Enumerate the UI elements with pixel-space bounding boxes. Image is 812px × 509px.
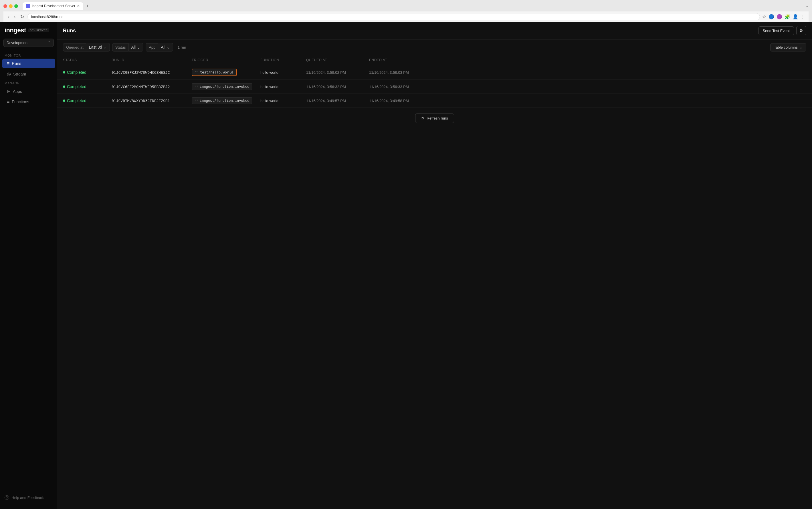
refresh-runs-button[interactable]: ↻ Refresh runs [415, 113, 454, 123]
status-text: Completed [67, 70, 87, 75]
status-dot [63, 86, 65, 88]
trigger-cell: ❝❝ inngest/function.invoked [192, 97, 260, 104]
queued-at-label: Queued at [63, 43, 86, 52]
run-count: 1 run [178, 45, 186, 49]
table-header: Status Run ID Trigger Function Queued at… [57, 55, 812, 65]
tab-favicon: i [26, 4, 30, 8]
function-name: hello-world [260, 70, 306, 75]
trigger-badge[interactable]: ❝❝ inngest/function.invoked [192, 83, 252, 90]
status-text: Completed [67, 98, 87, 103]
table-row[interactable]: Completed 01JCVBTMV3WXY9D3CFDEJFZSB1 ❝❝ … [57, 94, 812, 108]
trigger-cell: ❝❝ inngest/function.invoked [192, 83, 260, 90]
sidebar-footer: ? Help and Feedback [0, 491, 57, 504]
refresh-area: ↻ Refresh runs [57, 108, 812, 129]
trigger-icon: ❝❝ [195, 99, 198, 102]
back-button[interactable]: ‹ [7, 14, 10, 20]
table-columns-button[interactable]: Table columns ⌄ [770, 43, 806, 52]
col-ended-at: Ended at [369, 58, 432, 62]
sidebar-item-stream[interactable]: ◎ Stream [2, 69, 55, 79]
new-tab-button[interactable]: + [85, 3, 90, 9]
help-and-feedback[interactable]: ? Help and Feedback [5, 495, 53, 500]
logo-text: inngest [5, 27, 26, 34]
profile-avatar[interactable]: 👤 [792, 14, 798, 20]
sidebar-item-runs[interactable]: ≡ Runs [2, 59, 55, 68]
ended-at-time: 11/16/2024, 3:56:33 PM [369, 84, 432, 89]
settings-button[interactable]: ⚙ [796, 26, 806, 35]
refresh-icon: ↻ [421, 116, 424, 121]
ended-at-time: 11/16/2024, 3:49:58 PM [369, 99, 432, 103]
refresh-label: Refresh runs [427, 116, 448, 121]
sidebar: inngest DEV SERVER Development ⌃ Monitor… [0, 22, 57, 509]
status-value[interactable]: All ⌄ [128, 43, 143, 52]
queued-at-time: 11/16/2024, 3:56:32 PM [306, 84, 369, 89]
col-queued-at: Queued at [306, 58, 369, 62]
settings-icon: ⚙ [800, 28, 803, 33]
dev-server-badge: DEV SERVER [28, 28, 49, 32]
run-id: 01JCVC9EFKJ2W70WQHC6ZH6SJC [111, 70, 192, 75]
table-row[interactable]: Completed 01JCVC9EFKJ2W70WQHC6ZH6SJC ❝❝ … [57, 65, 812, 80]
table-row[interactable]: Completed 01JCVC6PF2MQNMTWE95BBRZPJ2 ❝❝ … [57, 80, 812, 94]
browser-expand[interactable]: ⌄ [806, 4, 809, 8]
maximize-traffic-light[interactable] [14, 4, 18, 8]
page-header: Runs Send Test Event ⚙ [57, 22, 812, 39]
status-text: Completed [67, 84, 87, 89]
table-columns-chevron-icon: ⌄ [800, 45, 803, 49]
nav-right-icons: ☆ 🔵 🟣 🧩 👤 ⋮ [762, 14, 805, 20]
url-text: localhost:8288/runs [31, 14, 64, 19]
apps-icon: ⊞ [7, 89, 10, 94]
env-label: Development [7, 41, 29, 45]
status-filter: Status All ⌄ [112, 43, 143, 52]
trigger-badge[interactable]: ❝❝ inngest/function.invoked [192, 97, 252, 104]
run-id: 01JCVBTMV3WXY9D3CFDEJFZSB1 [111, 99, 192, 103]
col-function: Function [260, 58, 306, 62]
forward-button[interactable]: › [13, 14, 17, 20]
sidebar-item-apps[interactable]: ⊞ Apps [2, 87, 55, 96]
env-chevron-icon: ⌃ [47, 41, 51, 45]
queued-at-filter: Queued at Last 3d ⌄ [63, 43, 110, 52]
app-label: App [145, 43, 158, 52]
extension-puzzle-icon[interactable]: 🧩 [784, 14, 790, 20]
status-label: Status [112, 43, 128, 52]
send-test-event-button[interactable]: Send Test Event [758, 26, 794, 35]
traffic-lights [3, 4, 18, 8]
minimize-traffic-light[interactable] [9, 4, 12, 8]
extension-icon-2[interactable]: 🟣 [777, 14, 782, 20]
reload-button[interactable]: ↻ [19, 13, 25, 20]
close-traffic-light[interactable] [3, 4, 7, 8]
bookmark-icon[interactable]: ☆ [762, 14, 766, 20]
app-value[interactable]: All ⌄ [158, 43, 173, 52]
status-badge: Completed [63, 84, 111, 89]
address-bar[interactable]: localhost:8288/runs [28, 13, 760, 20]
menu-icon[interactable]: ⋮ [801, 14, 805, 20]
logo-area: inngest DEV SERVER [0, 27, 57, 39]
manage-section-label: Manage [0, 79, 57, 86]
runs-icon: ≡ [7, 61, 9, 66]
tab-label: Inngest Development Server [32, 4, 75, 8]
main-content: Runs Send Test Event ⚙ Queued at Last 3d… [57, 22, 812, 509]
runs-table: Status Run ID Trigger Function Queued at… [57, 55, 812, 509]
extension-icon-1[interactable]: 🔵 [769, 14, 774, 20]
env-selector[interactable]: Development ⌃ [3, 39, 54, 47]
page-title: Runs [63, 28, 76, 34]
col-trigger: Trigger [192, 58, 260, 62]
help-label: Help and Feedback [11, 496, 44, 500]
app-container: inngest DEV SERVER Development ⌃ Monitor… [0, 22, 812, 509]
sidebar-functions-label: Functions [12, 100, 29, 104]
trigger-badge-highlighted[interactable]: ❝❝ test/hello.world [192, 69, 237, 76]
app-chevron-icon: ⌄ [166, 45, 170, 49]
function-name: hello-world [260, 84, 306, 89]
sidebar-runs-label: Runs [12, 61, 21, 66]
filters-bar: Queued at Last 3d ⌄ Status All ⌄ App All [57, 39, 812, 55]
run-id: 01JCVC6PF2MQNMTWE95BBRZPJ2 [111, 84, 192, 89]
queued-at-value[interactable]: Last 3d ⌄ [86, 43, 110, 52]
function-name: hello-world [260, 99, 306, 103]
tab-close-button[interactable]: ✕ [77, 4, 80, 8]
col-status: Status [63, 58, 111, 62]
sidebar-item-functions[interactable]: ≡ Functions [2, 97, 55, 107]
status-chevron-icon: ⌄ [137, 45, 140, 49]
functions-icon: ≡ [7, 99, 9, 104]
monitor-section-label: Monitor [0, 52, 57, 58]
active-tab[interactable]: i Inngest Development Server ✕ [23, 2, 83, 10]
browser-chrome: i Inngest Development Server ✕ + ⌄ ‹ › ↻… [0, 0, 812, 22]
trigger-icon: ❝❝ [195, 85, 198, 88]
